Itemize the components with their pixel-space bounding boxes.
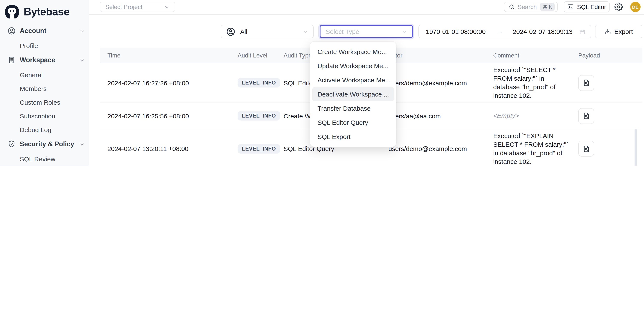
terminal-icon [567,3,574,10]
document-search-icon [582,112,590,120]
date-range-picker: 1970-01-01 08:00:00 → 2024-02-07 18:09:1… [418,25,591,38]
menu-item-create-workspace-member[interactable]: Create Workspace Me... [310,45,396,59]
sidebar-item-sql-review[interactable]: SQL Review [0,152,89,166]
column-header-audit-level: Audit Level [238,52,284,59]
sidebar-section-workspace[interactable]: Workspace [0,52,89,68]
sidebar-item-slow-query[interactable]: Slow Query [0,166,89,166]
cell-time: 2024-02-07 16:25:56 +08:00 [100,112,238,120]
brand-name: Bytebase [24,5,70,18]
cell-comment: Executed `"SELECT * FROM salary;"` in da… [493,66,570,100]
user-circle-icon [7,27,16,35]
topbar: Select Project Search ⌘ K SQL Editor DE [89,0,644,14]
export-button[interactable]: Export [595,25,642,38]
cell-actor: users/demo@example.com [388,145,493,152]
search-input[interactable]: Search ⌘ K [504,2,558,12]
cell-comment: <Empty> [493,112,570,120]
type-filter-placeholder: Select Type [326,28,401,35]
audit-level-badge: LEVEL_INFO [238,111,280,121]
search-placeholder: Search [518,3,540,10]
export-label: Export [614,28,633,35]
gear-icon[interactable] [614,2,623,11]
column-header-payload: Payload [576,52,642,59]
audit-level-badge: LEVEL_INFO [238,78,280,88]
sidebar-item-profile[interactable]: Profile [0,39,89,52]
sql-editor-button[interactable]: SQL Editor [564,1,610,12]
date-from-input[interactable]: 1970-01-01 08:00:00 [426,28,486,35]
sidebar-section-security-policy[interactable]: Security & Policy [0,136,89,152]
sidebar-item-custom-roles[interactable]: Custom Roles [0,95,89,109]
chevron-down-icon [80,142,85,147]
building-icon [7,56,16,64]
calendar-icon[interactable] [579,28,586,35]
cell-actor: users/aa@aa.com [388,112,493,120]
sidebar-item-debug-log[interactable]: Debug Log [0,123,89,136]
project-select[interactable]: Select Project [100,2,175,12]
menu-item-update-workspace-member[interactable]: Update Workspace Me... [310,59,396,73]
sidebar-section-account[interactable]: Account [0,23,89,39]
sidebar: Bytebase Account Profile Workspace Gener… [0,0,89,166]
sidebar-item-general[interactable]: General [0,68,89,81]
main-area: Select Project Search ⌘ K SQL Editor DE … [89,0,644,166]
column-header-time: Time [100,52,238,59]
menu-item-activate-workspace-member[interactable]: Activate Workspace Me... [310,73,396,87]
audit-level-badge: LEVEL_INFO [238,144,280,153]
sidebar-item-members[interactable]: Members [0,81,89,95]
document-search-icon [582,79,590,87]
audit-log-page: Bytebase Account Profile Workspace Gener… [0,0,644,166]
cell-actor: users/demo@example.com [388,79,493,86]
payload-view-button[interactable] [578,108,594,124]
type-filter-select[interactable]: Select Type [320,25,413,38]
actor-filter-select[interactable]: All [221,25,314,38]
search-icon [509,4,515,10]
cell-comment: Executed `"EXPLAIN SELECT * FROM salary;… [493,132,570,166]
chevron-down-icon [302,28,308,34]
avatar[interactable]: DE [630,2,640,12]
search-shortcut-badge: ⌘ K [540,3,555,11]
project-select-placeholder: Select Project [105,3,142,10]
actor-filter-value: All [240,28,302,35]
chevron-down-icon [401,28,407,34]
scrollbar-thumb[interactable] [634,129,637,166]
sql-editor-label: SQL Editor [577,3,606,10]
column-header-comment: Comment [493,52,576,59]
chevron-down-icon [164,4,170,10]
cell-time: 2024-02-07 16:27:26 +08:00 [100,79,238,86]
chevron-down-icon [80,28,85,33]
type-filter-dropdown-menu: Create Workspace Me... Update Workspace … [310,42,396,147]
shield-check-icon [7,140,16,149]
user-circle-icon [226,27,236,36]
menu-item-transfer-database[interactable]: Transfer Database [310,101,396,115]
menu-item-deactivate-workspace-member[interactable]: Deactivate Workspace ... [312,87,394,101]
brand-logo[interactable]: Bytebase [0,0,89,20]
sidebar-item-subscription[interactable]: Subscription [0,109,89,123]
sidebar-nav: Account Profile Workspace General Member… [0,20,89,166]
chevron-down-icon [80,57,85,63]
payload-view-button[interactable] [578,75,594,91]
column-header-actor: Actor [388,52,493,59]
date-to-input[interactable]: 2024-02-07 18:09:13 [513,28,573,35]
document-search-icon [582,145,590,153]
cell-time: 2024-02-07 13:20:11 +08:00 [100,145,238,152]
menu-item-sql-export[interactable]: SQL Export [310,130,396,144]
payload-view-button[interactable] [578,141,594,157]
download-icon [604,28,611,35]
arrow-right-icon: → [497,28,503,35]
bytebase-logo-icon [4,4,20,19]
menu-item-sql-editor-query[interactable]: SQL Editor Query [310,115,396,130]
